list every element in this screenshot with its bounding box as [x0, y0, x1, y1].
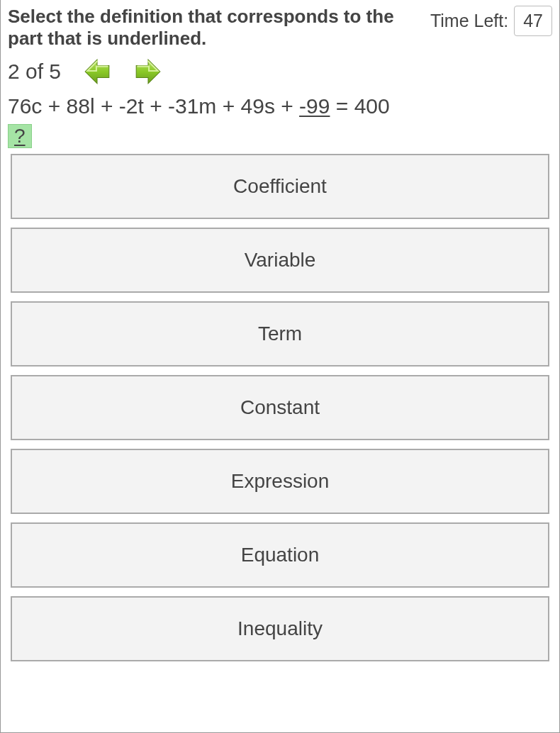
nav-arrows	[82, 57, 163, 86]
option-equation[interactable]: Equation	[11, 522, 549, 588]
equation: 76c + 88l + -2t + -31m + 49s + -99 = 400	[1, 91, 559, 121]
time-wrapper: Time Left: 47	[430, 6, 552, 36]
arrow-right-icon[interactable]	[133, 57, 163, 86]
equation-suffix: = 400	[330, 94, 389, 118]
option-coefficient[interactable]: Coefficient	[11, 154, 549, 219]
option-inequality[interactable]: Inequality	[11, 596, 549, 661]
quiz-container: Select the definition that corresponds t…	[0, 0, 560, 733]
option-variable[interactable]: Variable	[11, 228, 549, 293]
help-button[interactable]: ?	[8, 124, 32, 148]
instruction-text: Select the definition that corresponds t…	[8, 6, 416, 50]
progress-text: 2 of 5	[8, 60, 61, 84]
time-label: Time Left:	[430, 11, 508, 31]
option-expression[interactable]: Expression	[11, 449, 549, 514]
option-constant[interactable]: Constant	[11, 375, 549, 440]
arrow-left-icon[interactable]	[82, 57, 112, 86]
equation-underlined: -99	[299, 94, 330, 118]
header: Select the definition that corresponds t…	[1, 0, 559, 52]
progress-row: 2 of 5	[1, 52, 559, 91]
options-list: Coefficient Variable Term Constant Expre…	[1, 154, 559, 671]
equation-prefix: 76c + 88l + -2t + -31m + 49s +	[8, 94, 299, 118]
time-value: 47	[514, 6, 552, 36]
option-term[interactable]: Term	[11, 301, 549, 366]
